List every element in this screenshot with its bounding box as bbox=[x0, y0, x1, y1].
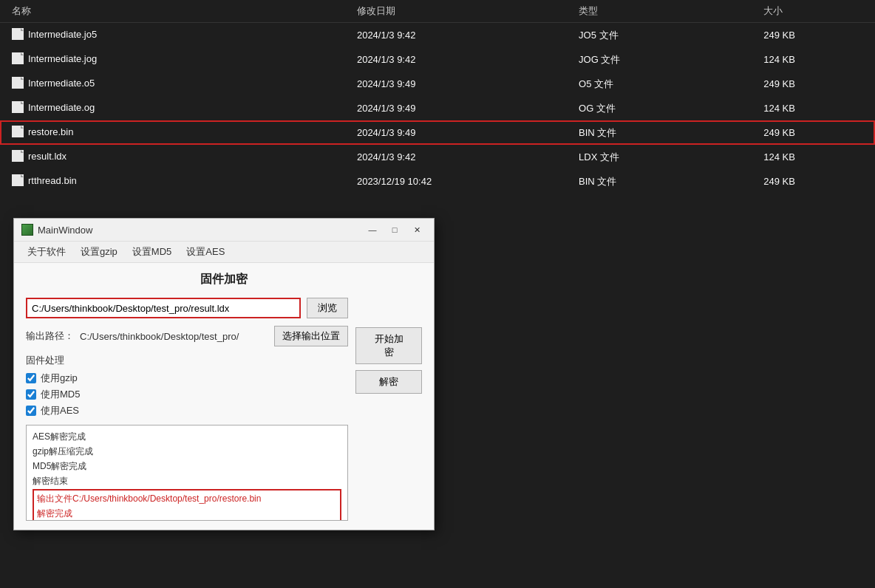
window-body: 固件加密 浏览 输出路径： C:/Users/thinkbook/Desktop… bbox=[14, 263, 434, 530]
file-icon bbox=[12, 174, 24, 186]
log-line: MD5解密完成 bbox=[33, 459, 341, 473]
file-icon bbox=[12, 126, 24, 137]
checkbox-gzip-label: 使用gzip bbox=[41, 372, 78, 385]
log-line: 解密结束 bbox=[33, 474, 341, 488]
window-menubar: 关于软件 设置gzip 设置MD5 设置AES bbox=[14, 242, 434, 263]
col-header-date[interactable]: 修改日期 bbox=[345, 0, 567, 23]
main-window: MainWindow — □ ✕ 关于软件 设置gzip 设置MD5 设置AES… bbox=[13, 218, 435, 530]
table-row[interactable]: restore.bin2024/1/3 9:49BIN 文件249 KB bbox=[0, 120, 875, 145]
output-path-row: 输出路径： C:/Users/thinkbook/Desktop/test_pr… bbox=[26, 326, 348, 346]
log-line: 输出文件C:/Users/thinkbook/Desktop/test_pro/… bbox=[37, 492, 337, 505]
table-row[interactable]: Intermediate.og2024/1/3 9:49OG 文件124 KB bbox=[0, 96, 875, 120]
menu-md5[interactable]: 设置MD5 bbox=[125, 243, 179, 261]
checkbox-aes[interactable] bbox=[26, 406, 36, 416]
window-controls: — □ ✕ bbox=[363, 223, 426, 236]
firmware-title: 固件处理 bbox=[26, 354, 348, 367]
maximize-button[interactable]: □ bbox=[385, 223, 404, 236]
browse-button[interactable]: 浏览 bbox=[307, 298, 348, 318]
file-icon bbox=[12, 150, 24, 162]
file-path-input[interactable] bbox=[26, 298, 301, 318]
menu-gzip[interactable]: 设置gzip bbox=[73, 243, 125, 261]
window-title: MainWindow bbox=[38, 225, 92, 236]
checkbox-md5[interactable] bbox=[26, 389, 36, 400]
table-row[interactable]: Intermediate.jo52024/1/3 9:42JO5 文件249 K… bbox=[0, 23, 875, 48]
firmware-section: 固件处理 使用gzip 使用MD5 使用AES bbox=[26, 354, 348, 417]
file-icon bbox=[12, 101, 24, 113]
decrypt-button[interactable]: 解密 bbox=[355, 370, 422, 394]
checkbox-gzip[interactable] bbox=[26, 373, 36, 383]
output-label: 输出路径： bbox=[26, 329, 74, 343]
file-table: 名称 修改日期 类型 大小 Intermediate.jo52024/1/3 9… bbox=[0, 0, 875, 194]
right-area: 开始加密 解密 bbox=[355, 298, 422, 521]
file-icon bbox=[12, 28, 24, 40]
select-output-button[interactable]: 选择输出位置 bbox=[274, 326, 348, 346]
log-line: AES解密完成 bbox=[33, 430, 341, 443]
window-titlebar: MainWindow — □ ✕ bbox=[14, 219, 434, 242]
table-row[interactable]: rtthread.bin2023/12/19 10:42BIN 文件249 KB bbox=[0, 169, 875, 194]
dialog-heading: 固件加密 bbox=[26, 272, 422, 287]
checkbox-gzip-row: 使用gzip bbox=[26, 372, 348, 385]
checkbox-aes-row: 使用AES bbox=[26, 404, 348, 417]
checkbox-aes-label: 使用AES bbox=[41, 404, 79, 417]
form-area: 浏览 输出路径： C:/Users/thinkbook/Desktop/test… bbox=[26, 298, 422, 521]
window-icon bbox=[21, 224, 33, 236]
left-area: 浏览 输出路径： C:/Users/thinkbook/Desktop/test… bbox=[26, 298, 348, 521]
table-row[interactable]: Intermediate.o52024/1/3 9:49O5 文件249 KB bbox=[0, 72, 875, 96]
close-button[interactable]: ✕ bbox=[407, 223, 426, 236]
menu-about[interactable]: 关于软件 bbox=[20, 243, 73, 261]
checkbox-md5-label: 使用MD5 bbox=[41, 388, 80, 401]
file-icon bbox=[12, 77, 24, 89]
file-input-row: 浏览 bbox=[26, 298, 348, 318]
output-path-value: C:/Users/thinkbook/Desktop/test_pro/ bbox=[80, 331, 268, 342]
minimize-button[interactable]: — bbox=[363, 223, 382, 236]
col-header-name[interactable]: 名称 bbox=[0, 0, 345, 23]
menu-aes[interactable]: 设置AES bbox=[179, 243, 232, 261]
log-line: gzip解压缩完成 bbox=[33, 445, 341, 458]
window-title-left: MainWindow bbox=[21, 224, 92, 236]
checkbox-md5-row: 使用MD5 bbox=[26, 388, 348, 401]
col-header-type[interactable]: 类型 bbox=[567, 0, 752, 23]
log-highlight-box: 输出文件C:/Users/thinkbook/Desktop/test_pro/… bbox=[33, 489, 341, 521]
table-row[interactable]: Intermediate.jog2024/1/3 9:42JOG 文件124 K… bbox=[0, 47, 875, 72]
start-encrypt-button[interactable]: 开始加密 bbox=[355, 327, 422, 364]
table-row[interactable]: result.ldx2024/1/3 9:42LDX 文件124 KB bbox=[0, 145, 875, 169]
log-area: AES解密完成gzip解压缩完成MD5解密完成解密结束输出文件C:/Users/… bbox=[26, 425, 348, 521]
log-line: 解密完成 bbox=[37, 507, 337, 520]
file-icon bbox=[12, 52, 24, 64]
col-header-size[interactable]: 大小 bbox=[752, 0, 875, 23]
